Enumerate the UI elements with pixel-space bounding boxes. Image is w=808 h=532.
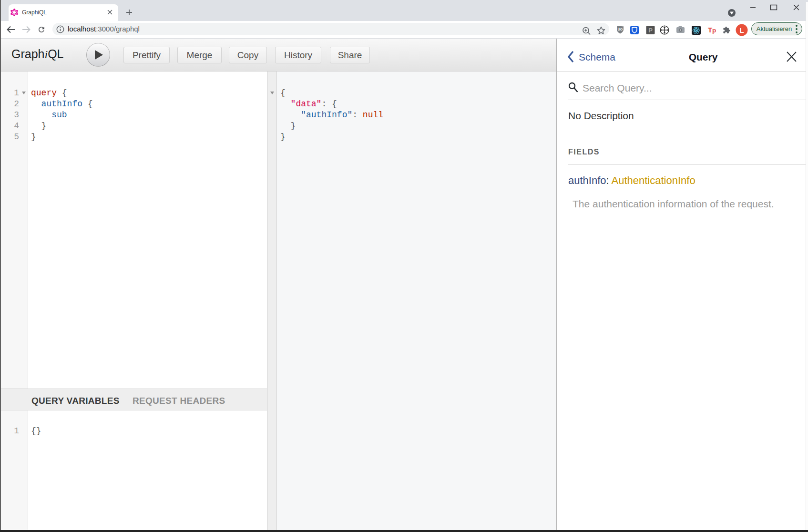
svg-text:p: p (712, 27, 716, 34)
svg-text:T: T (708, 26, 712, 34)
svg-text:P: P (648, 27, 653, 34)
svg-text:UO: UO (618, 28, 623, 31)
svg-text:L: L (739, 26, 744, 34)
